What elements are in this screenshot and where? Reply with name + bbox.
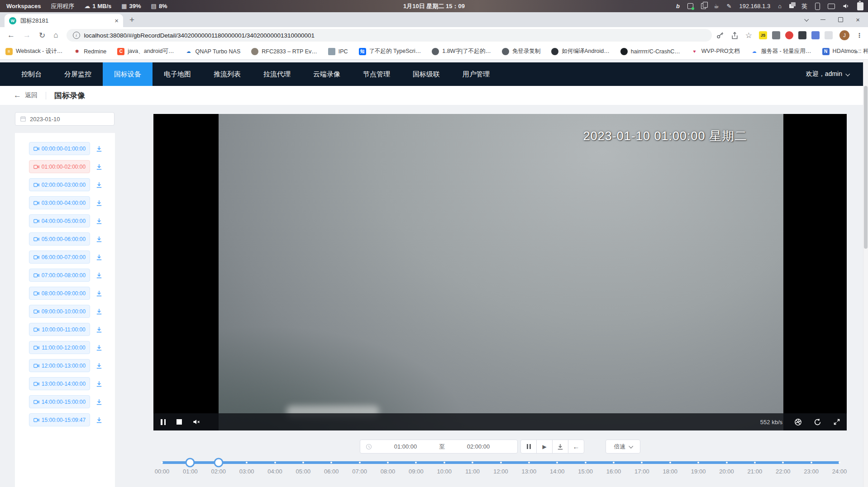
clipboard-icon[interactable] <box>701 3 706 9</box>
fullscreen-icon[interactable] <box>833 418 840 426</box>
page-scrollbar[interactable] <box>863 60 868 487</box>
window-menu-chevron-icon[interactable] <box>804 17 809 22</box>
download-segment-button[interactable] <box>96 146 102 152</box>
nav-tab[interactable]: 节点管理 <box>352 62 401 86</box>
bookmark-item[interactable]: 免登录复制 <box>502 47 541 55</box>
download-segment-button[interactable] <box>96 345 102 351</box>
recording-segment-button[interactable]: 09:00:00-10:00:00 <box>29 305 90 318</box>
user-menu[interactable]: 欢迎，admin <box>806 62 868 86</box>
pen-icon[interactable]: ✎ <box>727 3 732 9</box>
refresh-icon[interactable] <box>814 418 821 426</box>
site-info-icon[interactable]: i <box>73 32 80 39</box>
download-segment-button[interactable] <box>96 399 102 405</box>
display-icon[interactable] <box>828 4 835 9</box>
extension-icon[interactable]: JS <box>759 31 767 39</box>
recording-segment-button[interactable]: 05:00:00-06:00:00 <box>29 232 90 246</box>
recording-segment-button[interactable]: 12:00:00-13:00:00 <box>29 359 90 372</box>
home-icon[interactable]: ⌂ <box>778 3 782 9</box>
recording-segment-button[interactable]: 03:00:00-04:00:00 <box>29 196 90 209</box>
recording-segment-button[interactable]: 07:00:00-08:00:00 <box>29 269 90 282</box>
download-segment-button[interactable] <box>96 290 102 297</box>
extension-icon[interactable] <box>785 31 793 39</box>
phone-icon[interactable] <box>815 3 820 10</box>
recording-segment-button[interactable]: 01:00:00-02:00:00 <box>29 160 90 173</box>
tab-close-icon[interactable]: × <box>114 17 119 24</box>
mute-icon[interactable] <box>193 419 200 425</box>
search-tray-icon[interactable]: b <box>676 3 680 9</box>
bookmark-item[interactable]: 知 了不起的 TypeScri… <box>359 47 421 55</box>
home-button[interactable]: ⌂ <box>53 31 58 40</box>
close-window-icon[interactable]: × <box>856 16 860 24</box>
workspaces-button[interactable]: Workspaces <box>6 3 41 9</box>
bookmark-item[interactable]: ☁ 服务器 - 轻量应用… <box>751 47 811 55</box>
back-button[interactable]: ← <box>7 31 15 40</box>
extension-icon[interactable] <box>798 31 806 39</box>
url-field[interactable]: i localhost:38080/#/gbRecordDetail/34020… <box>67 29 712 42</box>
extension-icon[interactable] <box>772 31 780 39</box>
start-time-value[interactable]: 01:00:00 <box>372 443 439 450</box>
nav-tab[interactable]: 控制台 <box>10 62 53 86</box>
download-segment-button[interactable] <box>96 218 102 224</box>
nav-tab[interactable]: 分屏监控 <box>53 62 103 86</box>
password-key-icon[interactable] <box>716 32 724 39</box>
nav-tab[interactable]: 国标级联 <box>401 62 451 86</box>
bookmark-item[interactable]: RFC2833 – RTP Ev… <box>251 48 317 55</box>
recording-segment-button[interactable]: 13:00:00-14:00:00 <box>29 377 90 390</box>
stop-icon[interactable] <box>176 419 182 425</box>
extension-icon[interactable] <box>811 31 820 39</box>
bookmarks-overflow-button[interactable]: » <box>854 47 862 55</box>
minimize-icon[interactable] <box>820 19 825 20</box>
end-time-value[interactable]: 02:00:00 <box>445 443 512 450</box>
nav-tab[interactable]: 电子地图 <box>153 62 202 86</box>
download-segment-button[interactable] <box>96 308 102 315</box>
ip-address-indicator[interactable]: 192.168.1.3 <box>739 3 770 9</box>
download-segment-button[interactable] <box>96 381 102 387</box>
applications-menu[interactable]: 应用程序 <box>51 2 74 10</box>
screenshot-app-icon[interactable] <box>687 3 693 9</box>
snapshot-shutter-icon[interactable] <box>794 418 802 426</box>
maximize-icon[interactable] <box>838 17 843 22</box>
extension-icon[interactable] <box>825 31 833 39</box>
recording-segment-button[interactable]: 11:00:00-12:00:00 <box>29 341 90 354</box>
volume-icon[interactable] <box>843 3 849 9</box>
bookmark-item[interactable]: IPC <box>328 48 348 55</box>
forward-button[interactable]: → <box>23 31 31 40</box>
browser-menu-icon[interactable]: ⋮ <box>856 32 863 39</box>
bookmark-item[interactable]: 如何编译Android… <box>551 47 610 55</box>
bookmark-item[interactable]: 1.8W字|了不起的… <box>432 47 491 55</box>
windows-stack-icon[interactable] <box>789 4 794 8</box>
language-indicator[interactable]: 英 <box>801 2 807 10</box>
reload-button[interactable]: ↻ <box>39 31 45 40</box>
bookmark-item[interactable]: ☁ QNAP Turbo NAS <box>185 48 240 55</box>
play-button[interactable]: ▶ <box>536 440 553 454</box>
time-range-input[interactable]: 01:00:00 至 02:00:00 <box>360 440 518 454</box>
recording-segment-button[interactable]: 14:00:00-15:00:00 <box>29 395 90 408</box>
recording-segment-button[interactable]: 06:00:00-07:00:00 <box>29 251 90 264</box>
share-icon[interactable] <box>731 32 739 39</box>
video-player[interactable]: 2023-01-10 01:00:00 星期二 552 kb/s <box>153 114 847 430</box>
nav-tab[interactable]: 用户管理 <box>451 62 501 86</box>
pause-button[interactable] <box>520 440 537 454</box>
recording-segment-button[interactable]: 08:00:00-09:00:00 <box>29 287 90 300</box>
download-segment-button[interactable] <box>96 200 102 206</box>
recording-segment-button[interactable]: 00:00:00-01:00:00 <box>29 142 90 155</box>
new-tab-button[interactable]: + <box>129 15 134 24</box>
recording-segment-button[interactable]: 10:00:00-11:00:00 <box>29 323 90 336</box>
pause-icon[interactable] <box>161 419 166 425</box>
download-segment-button[interactable] <box>96 254 102 260</box>
bookmark-star-icon[interactable]: ☆ <box>745 31 752 40</box>
bookmark-item[interactable]: hairrrrr/C-CrashC… <box>620 48 680 55</box>
back-link[interactable]: 返回 <box>25 91 38 99</box>
download-segment-button[interactable] <box>96 417 102 423</box>
scrollbar-thumb[interactable] <box>864 86 868 249</box>
seek-back-button[interactable]: ← <box>568 440 584 454</box>
download-segment-button[interactable] <box>96 236 102 242</box>
nav-tab[interactable]: 云端录像 <box>302 62 352 86</box>
video-surface[interactable] <box>219 114 783 430</box>
download-button[interactable] <box>552 440 568 454</box>
back-arrow-icon[interactable]: ← <box>14 91 21 100</box>
browser-tab[interactable]: W 国标28181 × <box>5 14 123 27</box>
date-picker-input[interactable]: 2023-01-10 <box>15 112 114 126</box>
nav-tab[interactable]: 推流列表 <box>202 62 252 86</box>
clock[interactable]: 1月10日 星期二 15：09 <box>403 2 465 10</box>
